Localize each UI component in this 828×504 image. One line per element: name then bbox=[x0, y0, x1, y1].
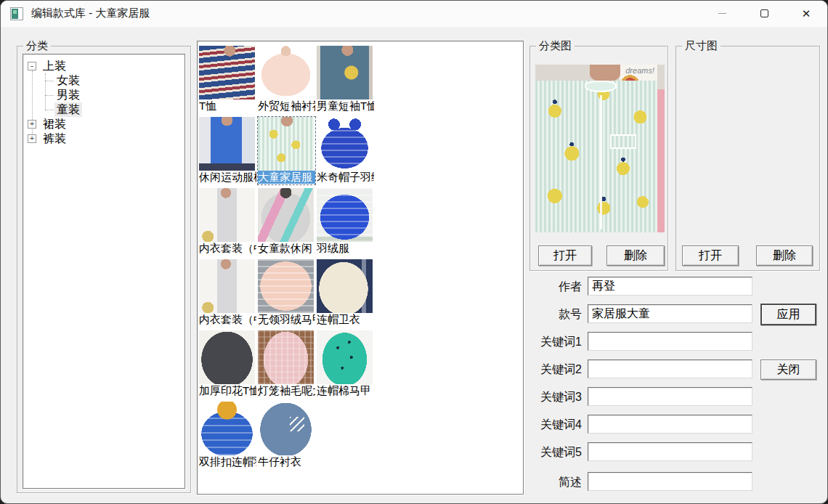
thumbnail-image bbox=[258, 259, 314, 313]
maximize-button[interactable] bbox=[747, 1, 781, 26]
style-number-field[interactable] bbox=[588, 304, 752, 323]
expand-icon[interactable]: + bbox=[28, 134, 36, 143]
keyword1-label: 关键词1 bbox=[527, 335, 582, 350]
collapse-icon[interactable]: - bbox=[28, 62, 36, 70]
thumbnail-image bbox=[317, 117, 373, 171]
child-head bbox=[590, 65, 620, 82]
tree-item-women[interactable]: 女装 bbox=[23, 73, 183, 88]
size-delete-button[interactable]: 删除 bbox=[756, 245, 813, 266]
edit-style-library-window: 编辑款式库 - 大童家居服 ✕ 分类 - 上装 女装 男装 童装 + 裙装 bbox=[0, 0, 828, 504]
window-title: 编辑款式库 - 大童家居服 bbox=[31, 7, 150, 20]
minimize-button[interactable] bbox=[705, 1, 739, 26]
author-field[interactable] bbox=[588, 277, 752, 296]
close-form-button[interactable]: 关闭 bbox=[760, 359, 816, 380]
gallery-item[interactable]: 连帽棉马甲 bbox=[317, 330, 374, 398]
thumbnail-label: 羽绒服 bbox=[317, 242, 374, 255]
thumbnail-label: 女童款休闲 bbox=[258, 242, 315, 255]
tree-item-label: 童装 bbox=[54, 102, 82, 117]
size-image-groupbox: 尺寸图 bbox=[675, 46, 820, 271]
category-image: dreams! bbox=[535, 65, 665, 232]
thumbnail-image bbox=[317, 46, 373, 99]
keyword1-field[interactable] bbox=[588, 332, 752, 351]
app-icon bbox=[10, 7, 23, 20]
keyword4-label: 关键词4 bbox=[527, 418, 582, 433]
apply-button[interactable]: 应用 bbox=[760, 304, 816, 325]
pajama-collar bbox=[585, 81, 617, 92]
thumbnail-image bbox=[199, 330, 255, 384]
tree-item-skirts[interactable]: + 裙装 bbox=[23, 117, 183, 131]
minimize-icon bbox=[718, 13, 726, 14]
thumbnail-label: 无领羽绒马甲 bbox=[258, 313, 315, 326]
category-open-button[interactable]: 打开 bbox=[538, 245, 592, 266]
tree-item-label: 男装 bbox=[54, 88, 82, 102]
gallery-item[interactable]: 无领羽绒马甲 bbox=[258, 259, 315, 327]
category-image-caption: 分类图 bbox=[536, 39, 575, 53]
gallery-item[interactable]: 牛仔衬衣 bbox=[258, 402, 315, 469]
tree-item-label: 女装 bbox=[54, 73, 82, 88]
thumbnail-image bbox=[199, 117, 255, 171]
gallery-item[interactable]: 女童款休闲 bbox=[258, 188, 315, 256]
thumbnail-image bbox=[317, 188, 373, 242]
keyword5-field[interactable] bbox=[588, 442, 752, 461]
tree-item-pants[interactable]: + 裤装 bbox=[23, 131, 183, 146]
gallery-item[interactable]: T恤 bbox=[199, 46, 256, 113]
keyword2-label: 关键词2 bbox=[527, 362, 582, 378]
tree-item-tops[interactable]: - 上装 bbox=[23, 59, 183, 73]
thumbnail-label: 双排扣连帽羽 bbox=[199, 455, 256, 468]
gallery-item-selected[interactable]: 大童家居服 bbox=[258, 117, 315, 184]
thumbnail-label: 牛仔衬衣 bbox=[258, 455, 315, 468]
tree-item-label: 上装 bbox=[41, 59, 68, 73]
category-tree: - 上装 女装 男装 童装 + 裙装 + 裤装 bbox=[23, 54, 185, 489]
pink-edge bbox=[657, 89, 665, 232]
title-bar: 编辑款式库 - 大童家居服 ✕ bbox=[1, 1, 827, 27]
gallery-item[interactable]: 内衣套装（中 bbox=[199, 188, 256, 256]
thumbnail-image bbox=[317, 259, 373, 313]
thumbnail-label: 大童家居服 bbox=[258, 171, 315, 184]
thumbnail-label: 灯笼袖毛呢大衣 bbox=[258, 384, 315, 397]
style-gallery: T恤 外贸短袖衬衫 男童短袖T恤 休闲运动服棒 大童家居服 米奇帽子羽绒服 内衣… bbox=[197, 41, 524, 495]
thumbnail-image bbox=[258, 402, 314, 455]
thumbnail-label: 加厚印花T恤 bbox=[199, 384, 256, 397]
gallery-item[interactable]: 米奇帽子羽绒服 bbox=[317, 117, 374, 184]
thumbnail-image bbox=[258, 330, 314, 384]
keyword3-field[interactable] bbox=[588, 387, 752, 406]
thumbnail-image bbox=[258, 46, 314, 99]
category-groupbox-caption: 分类 bbox=[23, 39, 51, 53]
gallery-item[interactable]: 内衣套装（中 bbox=[199, 259, 256, 327]
thumbnail-image bbox=[199, 46, 255, 99]
thumbnail-image bbox=[199, 188, 255, 242]
keyword4-field[interactable] bbox=[588, 415, 752, 434]
gallery-item[interactable]: 连帽卫衣 bbox=[317, 259, 374, 327]
gallery-item[interactable]: 双排扣连帽羽 bbox=[199, 402, 256, 469]
tree-item-children[interactable]: 童装 bbox=[23, 102, 183, 117]
maximize-icon bbox=[760, 9, 768, 17]
thumbnail-label: 男童短袖T恤 bbox=[317, 99, 374, 113]
size-image-caption: 尺寸图 bbox=[682, 39, 721, 53]
thumbnail-image bbox=[317, 330, 373, 384]
keyword5-label: 关键词5 bbox=[527, 445, 582, 460]
thumbnail-image bbox=[199, 402, 255, 455]
gallery-item[interactable]: 休闲运动服棒 bbox=[199, 117, 256, 184]
tree-item-label: 裙装 bbox=[41, 117, 68, 131]
gallery-item[interactable]: 男童短袖T恤 bbox=[317, 46, 374, 113]
thumbnail-label: 内衣套装（中 bbox=[199, 242, 256, 255]
thumbnail-label: 外贸短袖衬衫 bbox=[258, 99, 315, 113]
summary-label: 简述 bbox=[527, 475, 582, 490]
gallery-item[interactable]: 灯笼袖毛呢大衣 bbox=[258, 330, 315, 398]
category-delete-button[interactable]: 删除 bbox=[606, 245, 665, 266]
size-open-button[interactable]: 打开 bbox=[682, 245, 739, 266]
keyword3-label: 关键词3 bbox=[527, 390, 582, 405]
pajama-fabric bbox=[535, 81, 657, 232]
thumbnail-label: T恤 bbox=[199, 99, 256, 113]
gallery-item[interactable]: 羽绒服 bbox=[317, 188, 374, 256]
keyword2-field[interactable] bbox=[588, 359, 752, 378]
tree-item-men[interactable]: 男装 bbox=[23, 88, 183, 102]
summary-field[interactable] bbox=[588, 472, 752, 491]
thumbnail-image bbox=[258, 117, 314, 171]
close-window-button[interactable]: ✕ bbox=[790, 1, 823, 26]
thumbnail-label: 休闲运动服棒 bbox=[199, 171, 256, 184]
pajama-pocket bbox=[610, 134, 636, 149]
gallery-item[interactable]: 外贸短袖衬衫 bbox=[258, 46, 315, 113]
gallery-item[interactable]: 加厚印花T恤 bbox=[199, 330, 256, 398]
expand-icon[interactable]: + bbox=[28, 120, 36, 129]
